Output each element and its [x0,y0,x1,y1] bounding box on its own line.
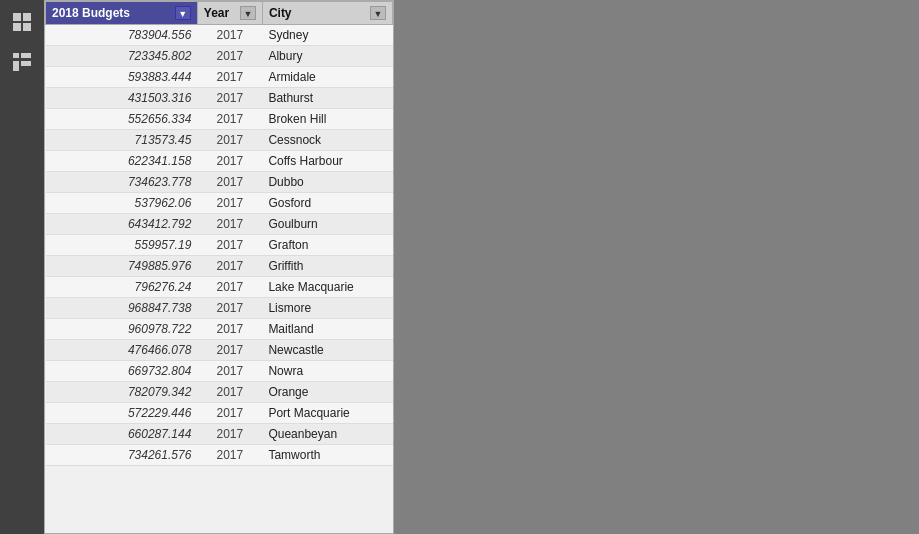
budget-cell: 669732.804 [46,361,198,382]
budget-cell: 734261.576 [46,445,198,466]
year-cell: 2017 [197,67,262,88]
year-cell: 2017 [197,319,262,340]
budget-cell: 552656.334 [46,109,198,130]
year-cell: 2017 [197,382,262,403]
svg-rect-6 [13,66,19,71]
table-row[interactable]: 713573.452017Cessnock [46,130,393,151]
table-row[interactable]: 968847.7382017Lismore [46,298,393,319]
budget-cell: 783904.556 [46,25,198,46]
year-cell: 2017 [197,109,262,130]
year-cell: 2017 [197,151,262,172]
budget-cell: 968847.738 [46,298,198,319]
city-cell: Orange [262,382,392,403]
budget-cell: 622341.158 [46,151,198,172]
svg-rect-0 [13,13,21,21]
budget-cell: 643412.792 [46,214,198,235]
year-cell: 2017 [197,445,262,466]
city-cell: Armidale [262,67,392,88]
city-cell: Maitland [262,319,392,340]
city-cell: Queanbeyan [262,424,392,445]
right-panel [394,0,919,534]
city-cell: Sydney [262,25,392,46]
budget-cell: 537962.06 [46,193,198,214]
svg-rect-4 [13,53,19,58]
year-cell: 2017 [197,172,262,193]
table-row[interactable]: 622341.1582017Coffs Harbour [46,151,393,172]
svg-rect-5 [13,61,19,66]
city-cell: Broken Hill [262,109,392,130]
budget-cell: 660287.144 [46,424,198,445]
year-column-header: Year ▼ [197,2,262,25]
year-cell: 2017 [197,214,262,235]
hierarchy-icon[interactable] [8,48,36,76]
svg-rect-2 [13,23,21,31]
budget-cell: 713573.45 [46,130,198,151]
svg-rect-1 [23,13,31,21]
budget-cell: 559957.19 [46,235,198,256]
svg-rect-8 [21,61,31,66]
city-cell: Albury [262,46,392,67]
table-row[interactable]: 669732.8042017Nowra [46,361,393,382]
table-row[interactable]: 593883.4442017Armidale [46,67,393,88]
budget-cell: 723345.802 [46,46,198,67]
city-column-header: City ▼ [262,2,392,25]
year-cell: 2017 [197,88,262,109]
table-row[interactable]: 476466.0782017Newcastle [46,340,393,361]
year-cell: 2017 [197,298,262,319]
year-cell: 2017 [197,403,262,424]
svg-rect-7 [21,53,31,58]
data-table: 2018 Budgets ▼ Year ▼ City ▼ [44,0,394,534]
budget-cell: 749885.976 [46,256,198,277]
budget-cell: 734623.778 [46,172,198,193]
sidebar [0,0,44,534]
city-filter-dropdown[interactable]: ▼ [370,6,386,20]
table-row[interactable]: 572229.4462017Port Macquarie [46,403,393,424]
table-row[interactable]: 559957.192017Grafton [46,235,393,256]
city-cell: Cessnock [262,130,392,151]
year-cell: 2017 [197,340,262,361]
city-cell: Grafton [262,235,392,256]
year-cell: 2017 [197,130,262,151]
budget-cell: 476466.078 [46,340,198,361]
table-row[interactable]: 796276.242017Lake Macquarie [46,277,393,298]
year-cell: 2017 [197,235,262,256]
year-cell: 2017 [197,25,262,46]
city-cell: Coffs Harbour [262,151,392,172]
grid-icon[interactable] [8,8,36,36]
year-cell: 2017 [197,424,262,445]
budget-cell: 431503.316 [46,88,198,109]
budget-cell: 960978.722 [46,319,198,340]
city-cell: Lake Macquarie [262,277,392,298]
year-cell: 2017 [197,277,262,298]
table-row[interactable]: 537962.062017Gosford [46,193,393,214]
table-row[interactable]: 660287.1442017Queanbeyan [46,424,393,445]
budget-cell: 782079.342 [46,382,198,403]
budget-cell: 572229.446 [46,403,198,424]
table-row[interactable]: 431503.3162017Bathurst [46,88,393,109]
svg-rect-3 [23,23,31,31]
year-cell: 2017 [197,256,262,277]
city-cell: Port Macquarie [262,403,392,424]
city-cell: Nowra [262,361,392,382]
city-cell: Tamworth [262,445,392,466]
table-row[interactable]: 749885.9762017Griffith [46,256,393,277]
city-cell: Griffith [262,256,392,277]
table-row[interactable]: 734623.7782017Dubbo [46,172,393,193]
city-cell: Dubbo [262,172,392,193]
year-filter-dropdown[interactable]: ▼ [240,6,256,20]
table-row[interactable]: 782079.3422017Orange [46,382,393,403]
table-row[interactable]: 643412.7922017Goulburn [46,214,393,235]
table-row[interactable]: 723345.8022017Albury [46,46,393,67]
budget-column-header: 2018 Budgets ▼ [46,2,198,25]
table-row[interactable]: 783904.5562017Sydney [46,25,393,46]
table-row[interactable]: 734261.5762017Tamworth [46,445,393,466]
table-row[interactable]: 960978.7222017Maitland [46,319,393,340]
year-cell: 2017 [197,361,262,382]
city-cell: Bathurst [262,88,392,109]
city-cell: Goulburn [262,214,392,235]
table-row[interactable]: 552656.3342017Broken Hill [46,109,393,130]
city-cell: Lismore [262,298,392,319]
city-cell: Newcastle [262,340,392,361]
year-cell: 2017 [197,46,262,67]
budget-filter-dropdown[interactable]: ▼ [175,6,191,20]
